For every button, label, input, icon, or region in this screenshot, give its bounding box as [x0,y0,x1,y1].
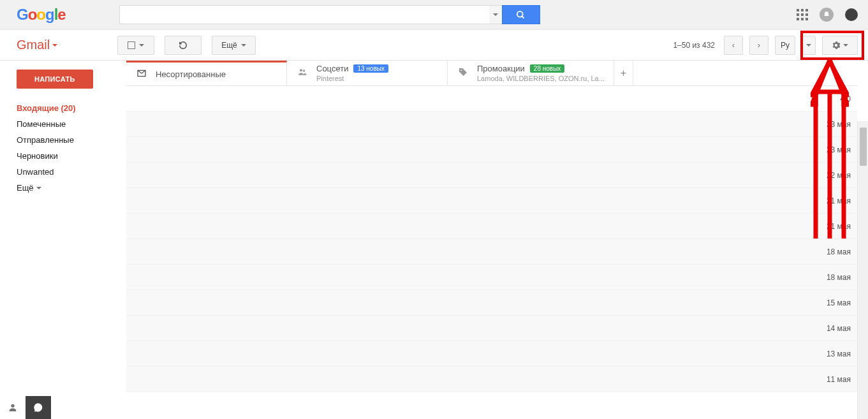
refresh-icon [179,41,188,50]
people-icon [296,67,309,79]
action-toolbar: Gmail Ещё 1–50 из 432 ‹ › Ру [0,30,868,61]
input-language-button[interactable]: Ру [775,36,795,55]
compose-button[interactable]: НАПИСАТЬ [17,70,93,89]
contacts-button[interactable] [0,396,26,419]
svg-point-2 [300,69,302,71]
apps-icon[interactable] [797,9,808,20]
mail-row[interactable]: 23 мая [126,112,857,137]
caret-down-icon [241,44,246,47]
next-page-button[interactable]: › [749,36,769,55]
mail-row[interactable]: 4:0 [126,86,857,112]
select-all-button[interactable] [117,36,154,55]
sidebar-item[interactable]: Черновики [17,148,126,164]
tab-title: Промоакции [477,64,525,73]
checkbox-icon [128,41,135,49]
prev-page-button[interactable]: ‹ [724,36,743,55]
hangouts-button[interactable] [26,396,51,419]
scrollbar-thumb[interactable] [860,128,867,166]
mail-row[interactable]: 21 мая [126,188,857,214]
sidebar-item[interactable]: Отправленные [17,132,126,148]
mail-date: 21 мая [827,222,851,231]
svg-point-0 [517,11,523,17]
inbox-icon [135,68,148,80]
notifications-icon[interactable] [820,8,834,22]
tab-people[interactable]: Соцсети13 новыхPinterest [287,61,448,85]
mail-date: 4:0 [840,94,851,103]
mail-row[interactable]: 18 мая [126,239,857,265]
caret-down-icon [493,13,498,16]
mail-date: 11 мая [827,375,851,384]
mail-date: 18 мая [827,273,851,282]
search-button[interactable] [502,5,540,24]
person-icon [8,402,18,413]
mail-date: 13 мая [827,349,851,358]
mail-date: 14 мая [827,324,851,333]
toolbar-buttons: Ещё [117,36,256,55]
refresh-button[interactable] [165,36,202,55]
account-avatar[interactable] [845,8,858,21]
toolbar-right: 1–50 из 432 ‹ › Ру [673,36,858,55]
mail-date: 23 мая [827,120,851,129]
tab-tag[interactable]: Промоакции28 новыхLamoda, WILDBERRIES, O… [448,61,614,85]
content-area: НесортированныеСоцсети13 новыхPinterestП… [126,61,868,419]
tab-inbox[interactable]: Несортированные [126,61,287,85]
mail-date: 21 мая [827,196,851,205]
sidebar-list: Входящие (20)ПомеченныеОтправленныеЧерно… [17,100,126,196]
sidebar-item[interactable]: Ещё [17,180,126,196]
hangouts-icon [33,402,43,413]
sidebar-item[interactable]: Помеченные [17,116,126,132]
mail-row[interactable]: 22 мая [126,163,857,188]
svg-point-4 [460,70,462,71]
caret-down-icon [843,44,848,47]
mail-date: 18 мая [827,247,851,256]
mail-row[interactable]: 11 мая [126,367,857,392]
mail-row[interactable]: 13 мая [126,341,857,367]
google-logo[interactable]: Google [17,6,66,24]
tab-title: Соцсети [316,64,348,73]
settings-button[interactable] [822,36,858,55]
search-input[interactable] [119,5,489,24]
mail-list: 4:023 мая23 мая22 мая21 мая21 мая18 мая1… [126,86,857,392]
tab-subtitle: Pinterest [316,75,388,82]
svg-point-5 [11,404,14,408]
vertical-scrollbar[interactable] [857,121,868,419]
sidebar-item[interactable]: Входящие (20) [17,100,126,116]
input-language-dropdown[interactable] [802,36,816,55]
tag-icon [457,67,469,79]
bottom-icons [0,396,51,419]
category-tabs: НесортированныеСоцсети13 новыхPinterestП… [126,61,857,86]
caret-down-icon [806,44,811,47]
pagination-text: 1–50 из 432 [673,41,715,50]
tab-subtitle: Lamoda, WILDBERRIES, OZON.ru, La... [477,75,605,82]
search-options-dropdown[interactable] [489,5,502,24]
svg-point-3 [303,70,305,71]
chevron-right-icon: › [758,40,760,50]
gear-icon [832,41,841,50]
gmail-logo[interactable]: Gmail [17,38,57,52]
topbar-right [797,8,858,22]
mail-row[interactable]: 14 мая [126,316,857,341]
tab-badge: 28 новых [530,64,565,73]
search-icon [516,10,526,20]
sidebar-item[interactable]: Unwanted [17,164,126,180]
mail-row[interactable]: 18 мая [126,265,857,290]
tab-title: Несортированные [156,70,226,79]
search-form [119,5,540,24]
bell-icon [823,11,830,18]
more-button[interactable]: Ещё [212,36,256,55]
caret-down-icon [139,44,144,47]
add-tab-button[interactable]: + [614,61,633,85]
mail-row[interactable]: 21 мая [126,214,857,239]
mail-date: 23 мая [827,145,851,154]
sidebar: НАПИСАТЬ Входящие (20)ПомеченныеОтправле… [0,61,126,419]
top-bar: Google [0,0,868,30]
svg-line-1 [522,16,524,18]
mail-row[interactable]: 23 мая [126,137,857,163]
mail-row[interactable]: 15 мая [126,290,857,316]
mail-date: 22 мая [827,171,851,180]
tab-badge: 13 новых [353,64,388,73]
caret-down-icon [36,187,41,189]
mail-date: 15 мая [827,298,851,307]
chevron-left-icon: ‹ [732,40,735,50]
main-area: НАПИСАТЬ Входящие (20)ПомеченныеОтправле… [0,61,868,419]
